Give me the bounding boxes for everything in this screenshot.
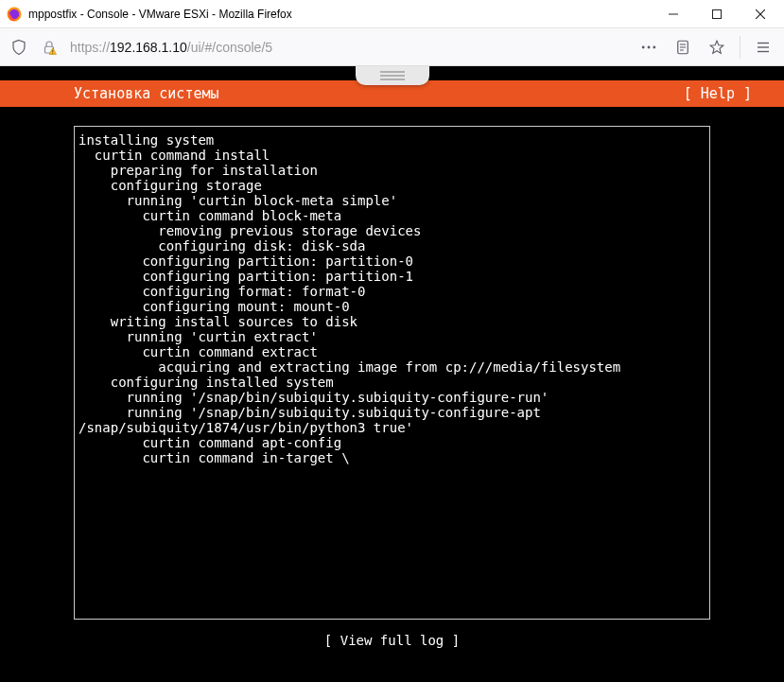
lock-warning-icon[interactable] bbox=[36, 34, 62, 61]
close-button[interactable] bbox=[739, 0, 782, 28]
svg-point-11 bbox=[653, 45, 655, 48]
window-controls bbox=[652, 0, 782, 28]
view-full-log-button[interactable]: [ View full log ] bbox=[74, 620, 710, 671]
install-log: installing system curtin command install… bbox=[74, 126, 710, 620]
app-menu-button[interactable] bbox=[748, 32, 778, 62]
svg-point-9 bbox=[642, 45, 645, 48]
window-titlebar: mppostfix - Console - VMware ESXi - Mozi… bbox=[0, 0, 784, 28]
svg-point-10 bbox=[648, 45, 651, 48]
minimize-button[interactable] bbox=[652, 0, 695, 28]
url-host: 192.168.1.10 bbox=[110, 40, 187, 55]
toolbar-divider bbox=[740, 36, 740, 59]
installer-header-title: Установка системы bbox=[74, 85, 684, 102]
svg-rect-3 bbox=[713, 9, 722, 18]
reader-mode-button[interactable] bbox=[668, 32, 698, 62]
terminal-area: installing system curtin command install… bbox=[0, 107, 784, 682]
console-viewport: Установка системы [ Help ] installing sy… bbox=[0, 66, 784, 682]
browser-toolbar: https://192.168.1.10/ui/#/console/5 bbox=[0, 28, 784, 66]
url-scheme: https:// bbox=[70, 40, 110, 55]
console-pull-tab[interactable] bbox=[356, 66, 429, 85]
bookmark-button[interactable] bbox=[702, 32, 732, 62]
url-path: /ui/#/console/5 bbox=[187, 40, 272, 55]
tracking-protection-icon[interactable] bbox=[6, 34, 32, 61]
address-bar[interactable]: https://192.168.1.10/ui/#/console/5 bbox=[66, 40, 630, 55]
page-actions-button[interactable] bbox=[634, 32, 664, 62]
maximize-button[interactable] bbox=[695, 0, 739, 28]
window-title: mppostfix - Console - VMware ESXi - Mozi… bbox=[28, 8, 652, 21]
firefox-icon bbox=[6, 6, 23, 23]
help-button[interactable]: [ Help ] bbox=[684, 85, 752, 102]
svg-point-8 bbox=[52, 52, 53, 53]
